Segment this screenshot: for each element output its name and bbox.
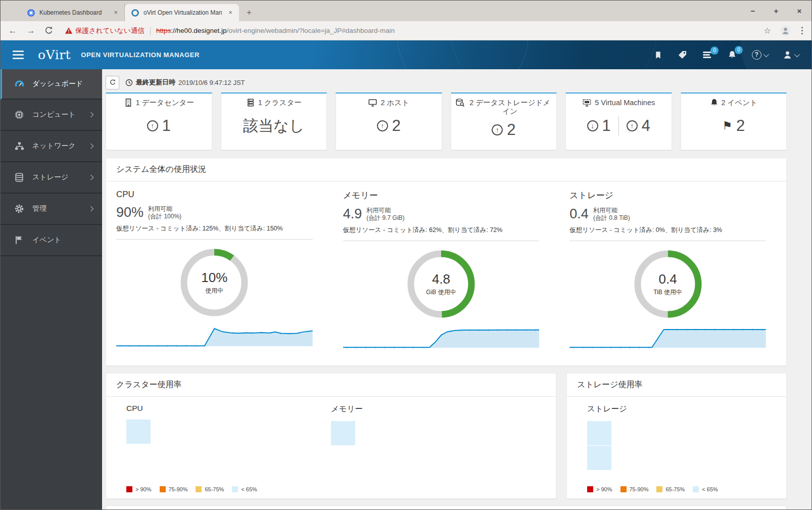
bookmarks-icon[interactable] bbox=[654, 51, 662, 60]
bookmark-star-icon[interactable]: ☆ bbox=[763, 26, 771, 35]
available-label: 利用可能 bbox=[148, 205, 172, 212]
minimize-button[interactable]: − bbox=[748, 7, 758, 15]
arrow-down-circle-icon: ↓ bbox=[587, 120, 598, 131]
security-warning-text: 保護されていない通信 bbox=[75, 26, 145, 35]
sidebar-item-compute[interactable]: コンピュート bbox=[1, 100, 102, 131]
sidebar-item-label: 管理 bbox=[32, 204, 82, 213]
tab-kubernetes-dashboard[interactable]: Kubernetes Dashboard × bbox=[21, 4, 125, 21]
sidebar-item-administration[interactable]: 管理 bbox=[1, 194, 102, 225]
chevron-right-icon bbox=[89, 205, 95, 212]
legend-label: 65-75% bbox=[665, 486, 685, 492]
bell-icon bbox=[710, 98, 719, 107]
new-tab-button[interactable]: + bbox=[242, 6, 256, 20]
user-menu[interactable] bbox=[783, 50, 798, 60]
card-storage-domains[interactable]: 2 データストレージドメイン ↑2 bbox=[451, 92, 557, 150]
card-title: 5 Virtual Machines bbox=[595, 99, 655, 107]
tab-ovirt-manager[interactable]: oVirt Open Virtualization Manag × bbox=[125, 4, 239, 21]
warning-triangle-icon bbox=[65, 27, 73, 34]
url-host: ://he00.designet.jp bbox=[171, 27, 226, 34]
total-label: (合計 9.7 GiB) bbox=[366, 214, 404, 221]
address-bar[interactable]: 保護されていない通信 https://he00.designet.jp/ovir… bbox=[65, 26, 755, 35]
vertical-nav-sidebar: ダッシュボード コンピュート ネットワーク ストレージ bbox=[1, 69, 102, 509]
reload-button[interactable] bbox=[44, 26, 54, 35]
dashboard-content: 最終更新日時 2019/10/6 9:47:12 JST 1 データセンター ↑… bbox=[102, 69, 811, 509]
card-title: 1 データセンター bbox=[136, 99, 194, 107]
forward-button[interactable]: → bbox=[26, 26, 36, 36]
heatmap-cell[interactable] bbox=[331, 421, 355, 445]
not-applicable-text: 該当なし bbox=[243, 116, 304, 136]
close-button[interactable]: × bbox=[794, 7, 804, 15]
heatmap-cell[interactable] bbox=[587, 446, 611, 470]
tab-close-icon[interactable]: × bbox=[226, 8, 235, 17]
column-title: ストレージ bbox=[569, 190, 766, 201]
storage-utilization-column: ストレージ 0.4 利用可能(合計 0.8 TiB) 仮想リソース - コミット… bbox=[559, 190, 786, 365]
compute-chip-icon bbox=[14, 110, 25, 120]
security-warning[interactable]: 保護されていない通信 bbox=[65, 26, 145, 35]
heatmap-label: ストレージ bbox=[587, 404, 677, 414]
available-value: 0.4 bbox=[569, 206, 589, 222]
profile-avatar-icon[interactable] bbox=[780, 25, 791, 36]
legend-swatch bbox=[126, 486, 132, 492]
card-title: 2 ホスト bbox=[380, 99, 409, 107]
chevron-down-icon bbox=[763, 51, 769, 57]
card-hosts[interactable]: 2 ホスト ↑2 bbox=[336, 92, 442, 150]
tags-icon[interactable] bbox=[678, 50, 687, 60]
menu-hamburger-icon[interactable] bbox=[13, 51, 24, 59]
storage-heatmap: ストレージ bbox=[587, 404, 677, 470]
sidebar-item-dashboard[interactable]: ダッシュボード bbox=[1, 69, 102, 100]
sidebar-item-label: ダッシュボード bbox=[32, 79, 95, 88]
sidebar-item-storage[interactable]: ストレージ bbox=[1, 162, 102, 194]
cpu-utilization-column: CPU 90% 利用可能(合計 100%) 仮想リソース - コミット済み: 1… bbox=[106, 190, 333, 365]
heatmap-cell[interactable] bbox=[126, 420, 151, 444]
sidebar-item-events[interactable]: イベント bbox=[1, 225, 102, 256]
card-events[interactable]: 2 イベント ⚑2 bbox=[681, 92, 787, 150]
legend-label: > 90% bbox=[596, 486, 612, 492]
host-monitor-icon bbox=[368, 98, 377, 107]
up-stat: ↑1 bbox=[147, 117, 171, 135]
storage-utilization-panel: ストレージ使用率 ストレージ > 90% 75-90% 65-75% < 65% bbox=[566, 373, 787, 499]
flag-icon: ⚑ bbox=[722, 120, 732, 131]
url-path: /ovirt-engine/webadmin/?locale=ja_JP#das… bbox=[227, 27, 395, 34]
ovirt-logo[interactable]: oVirt bbox=[38, 48, 71, 62]
donut-center-value: 10% bbox=[201, 270, 227, 286]
sidebar-item-network[interactable]: ネットワーク bbox=[1, 131, 102, 162]
available-label: 利用可能 bbox=[593, 207, 617, 214]
memory-donut: 4.8 GiB 使用中 bbox=[403, 246, 479, 322]
last-updated-time: 2019/10/6 9:47:12 JST bbox=[178, 79, 245, 86]
inventory-cards: 1 データセンター ↑1 1 クラスター 該当なし bbox=[106, 92, 787, 150]
sidebar-item-label: イベント bbox=[32, 236, 95, 245]
available-value: 4.9 bbox=[343, 206, 362, 222]
flag-icon bbox=[14, 235, 25, 245]
refresh-button[interactable] bbox=[106, 76, 119, 89]
data-center-icon bbox=[124, 98, 133, 107]
legend-label: 75-90% bbox=[169, 486, 188, 492]
network-sitemap-icon bbox=[14, 141, 25, 151]
tab-title: Kubernetes Dashboard bbox=[39, 9, 107, 16]
cpu-donut: 10% 使用中 bbox=[176, 245, 252, 320]
clock-icon bbox=[125, 79, 133, 86]
notifications-bell-icon[interactable]: 0 bbox=[728, 50, 737, 60]
card-clusters[interactable]: 1 クラスター 該当なし bbox=[221, 92, 327, 150]
back-button[interactable]: ← bbox=[8, 26, 18, 36]
help-icon: ? bbox=[752, 50, 761, 60]
tasks-icon[interactable]: 0 bbox=[702, 51, 712, 59]
tasks-badge: 0 bbox=[710, 47, 719, 55]
legend-swatch bbox=[587, 486, 593, 492]
memory-utilization-column: メモリー 4.9 利用可能(合計 9.7 GiB) 仮想リソース - コミット済… bbox=[333, 190, 560, 365]
tab-close-icon[interactable]: × bbox=[111, 8, 120, 17]
cpu-sparkline-chart bbox=[116, 326, 313, 348]
dashboard-gauge-icon bbox=[14, 79, 25, 89]
browser-menu-icon[interactable] bbox=[800, 25, 804, 36]
up-stat: ↑2 bbox=[492, 121, 515, 139]
help-menu[interactable]: ? bbox=[752, 50, 768, 60]
legend-swatch bbox=[620, 486, 627, 492]
card-data-centers[interactable]: 1 データセンター ↑1 bbox=[106, 92, 212, 150]
heatmap-cell[interactable] bbox=[587, 421, 611, 445]
url-text[interactable]: https://he00.designet.jp/ovirt-engine/we… bbox=[156, 27, 395, 34]
donut-center-label: 使用中 bbox=[205, 287, 223, 295]
card-virtual-machines[interactable]: 5 Virtual Machines ↓1 ↑4 bbox=[565, 92, 672, 150]
card-title: 1 クラスター bbox=[258, 99, 302, 107]
maximize-button[interactable]: + bbox=[771, 7, 781, 15]
virtual-resources-line: 仮想リソース - コミット済み: 62%、割り当て済み: 72% bbox=[343, 226, 540, 235]
total-label: (合計 0.8 TiB) bbox=[593, 214, 630, 221]
